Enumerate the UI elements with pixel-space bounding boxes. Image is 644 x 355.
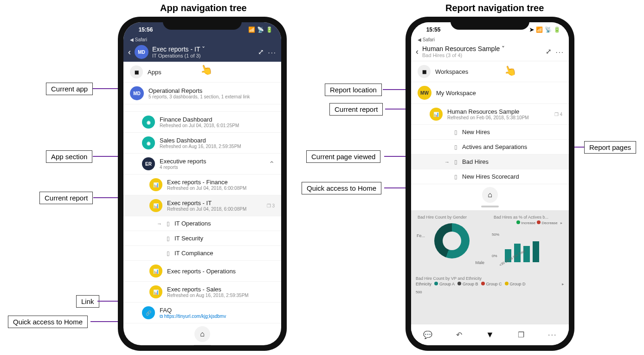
drag-handle[interactable] [481, 206, 499, 207]
dashboard-icon: ◉ [142, 136, 155, 149]
back-icon[interactable]: ‹ [416, 47, 419, 57]
more-icon[interactable]: ··· [268, 48, 277, 56]
report-icon: 📊 [430, 108, 443, 121]
current-app-row[interactable]: MD Operational Reports 5 reports, 3 dash… [123, 83, 281, 104]
report-icon: 📊 [149, 265, 162, 278]
report-page-row[interactable]: ▯ New Hires Scorecard [411, 169, 569, 184]
page-count-badge: ❐ 4 [554, 112, 562, 117]
page-icon: ▯ [454, 174, 457, 180]
callout-quick-home-right: Quick access to Home [302, 182, 381, 194]
filter-icon[interactable]: ▼ [486, 330, 494, 340]
report-preview-pane: Bad Hire Count by Gender Fe... Male Bad … [411, 210, 569, 331]
current-report-row[interactable]: 📊 Human Resources SampleRefreshed on Feb… [411, 104, 569, 125]
callout-app-section: App section [46, 150, 92, 163]
chevron-up-icon[interactable]: ⌃ [269, 160, 275, 168]
right-phone-frame: 15:55 ➤ 📶 📡 🔋 ◀ Safari ‹ Human Resources… [406, 17, 574, 351]
page-icon: ▯ [454, 144, 457, 150]
axis-label: 50% [492, 232, 499, 237]
home-button[interactable]: ⌂ [194, 326, 210, 342]
location-icon: ➤ [529, 26, 534, 33]
link-icon: 🔗 [142, 306, 155, 319]
left-title: App navigation tree [160, 3, 247, 13]
more-icon[interactable]: ··· [548, 331, 557, 339]
chevron-right-icon[interactable]: ▸ [560, 221, 562, 225]
page-count-badge: ❐ 3 [267, 203, 275, 208]
home-button[interactable]: ⌂ [482, 187, 498, 203]
signal-icon: 📶 [536, 26, 543, 33]
header-title[interactable]: Exec reports - IT ˅ [152, 45, 254, 53]
callout-current-report-right: Current report [329, 103, 383, 116]
report-page-row[interactable]: ▯ IT Security [123, 231, 281, 246]
status-time: 15:56 [132, 26, 160, 33]
status-time: 15:55 [419, 26, 447, 33]
header-avatar: MD [135, 45, 148, 59]
chevron-down-icon: ˅ [502, 45, 505, 52]
dashboard-row[interactable]: ◉ Sales DashboardRefreshed on Aug 16, 20… [123, 133, 281, 154]
wifi-icon: 📡 [257, 26, 264, 33]
back-icon[interactable]: ‹ [128, 47, 131, 57]
callout-current-page: Current page viewed [306, 150, 380, 163]
report-icon: 📊 [149, 199, 162, 212]
arrow-right-icon: → [157, 221, 162, 226]
waterfall-chart[interactable]: Bad Hires as % of Actives b... Increase … [492, 213, 564, 273]
more-icon[interactable]: ··· [555, 48, 564, 56]
report-row[interactable]: 📊 Exec reports - SalesRefreshed on Aug 1… [123, 282, 281, 303]
dashboard-row[interactable]: ◉ Finance DashboardRefreshed on Jul 04, … [123, 112, 281, 133]
callout-report-pages: Report pages [584, 141, 636, 154]
home-icon: ⌂ [200, 330, 205, 338]
current-report-row[interactable]: 📊 Exec reports - ITRefreshed on Jul 04, … [123, 195, 281, 216]
workspaces-root-row[interactable]: ▦ Workspaces [411, 61, 569, 82]
app-avatar: MD [130, 86, 144, 100]
report-row[interactable]: 📊 Exec reports - FinanceRefreshed on Jul… [123, 174, 281, 195]
page-mobile-icon: ▯ [454, 129, 457, 136]
header-subtitle: IT Operations (1 of 3) [152, 53, 254, 58]
signal-icon: 📶 [248, 26, 255, 33]
phone-notch [451, 17, 529, 30]
report-row[interactable]: 📊 Exec reports - Operations [123, 261, 281, 282]
report-icon: 📊 [149, 178, 162, 191]
dashboard-icon: ◉ [142, 116, 155, 129]
section-row[interactable]: ER Executive reports4 reports ⌃ [123, 154, 281, 174]
right-phone-screen: 15:55 ➤ 📶 📡 🔋 ◀ Safari ‹ Human Resources… [411, 22, 569, 345]
workspaces-icon: ▦ [418, 65, 431, 78]
left-phone-screen: 15:56 📶 📡 🔋 ◀ Safari ‹ MD Exec reports -… [123, 22, 281, 345]
callout-quick-home-left: Quick access to Home [8, 316, 88, 328]
breadcrumb-safari[interactable]: ◀ Safari [411, 37, 569, 42]
report-page-row[interactable]: → ▯ IT Operations [123, 216, 281, 231]
bottom-toolbar: 💬 ↶ ▼ ❐ ··· [411, 324, 569, 345]
donut-chart[interactable]: Bad Hire Count by Gender Fe... Male [416, 213, 488, 273]
comment-icon[interactable]: 💬 [423, 330, 432, 339]
chevron-right-icon[interactable]: ▸ [562, 282, 564, 286]
link-row[interactable]: 🔗 FAQ⧉ https://tinyurl.com/kjg;kjsdbmv [123, 303, 281, 323]
eth-label: Ethnicity [416, 282, 431, 286]
axis-label: 500 [416, 290, 564, 294]
stacked-bar-chart[interactable]: Bad Hire Count by VP and Ethnicity Ethni… [416, 276, 564, 294]
callout-link: Link [76, 295, 99, 308]
workspace-avatar: MW [418, 86, 431, 100]
page-mobile-icon: ▯ [454, 159, 457, 165]
header-title[interactable]: Human Resources Sample ˅ [422, 45, 542, 52]
pages-icon[interactable]: ❐ [518, 330, 524, 339]
report-page-row[interactable]: ▯ Actives and Separations [411, 140, 569, 155]
current-page-row[interactable]: → ▯ Bad Hires [411, 155, 569, 169]
drag-handle[interactable] [193, 345, 211, 345]
callout-current-app: Current app [46, 83, 93, 95]
apps-icon: ▦ [130, 65, 143, 78]
battery-icon: 🔋 [554, 26, 560, 33]
undo-icon[interactable]: ↶ [456, 330, 462, 339]
left-phone-frame: 15:56 📶 📡 🔋 ◀ Safari ‹ MD Exec reports -… [118, 17, 287, 351]
battery-icon: 🔋 [266, 26, 273, 33]
chart-label: Male [475, 260, 484, 265]
callout-report-location: Report location [325, 84, 382, 96]
axis-label: 0% [492, 254, 497, 258]
workspace-row[interactable]: MW My Workspace [411, 82, 569, 104]
home-icon: ⌂ [488, 191, 492, 199]
right-title: Report navigation tree [445, 3, 544, 13]
expand-icon[interactable]: ⤢ [546, 47, 552, 56]
report-page-row[interactable]: ▯ New Hires [411, 125, 569, 140]
report-page-row[interactable]: ▯ IT Compliance [123, 246, 281, 261]
breadcrumb-safari[interactable]: ◀ Safari [123, 37, 281, 42]
page-mobile-icon: ▯ [167, 220, 170, 227]
page-icon: ▯ [167, 235, 170, 242]
expand-icon[interactable]: ⤢ [258, 48, 264, 56]
